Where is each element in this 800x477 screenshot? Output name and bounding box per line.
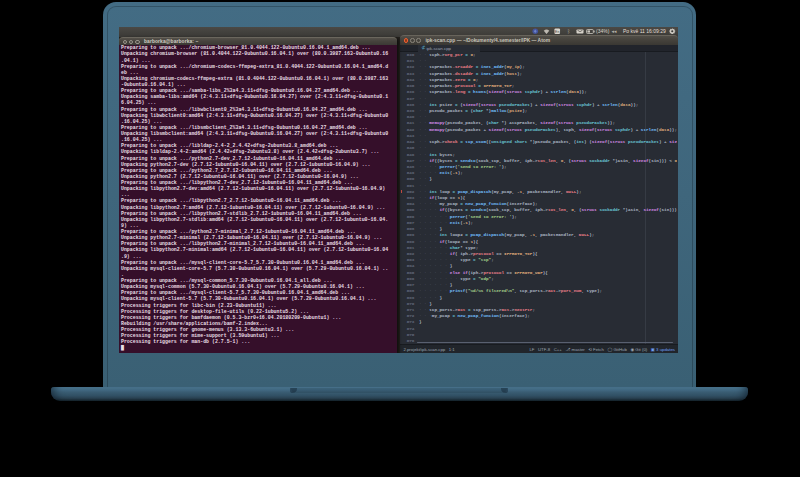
svg-text:En: En [555,30,559,34]
